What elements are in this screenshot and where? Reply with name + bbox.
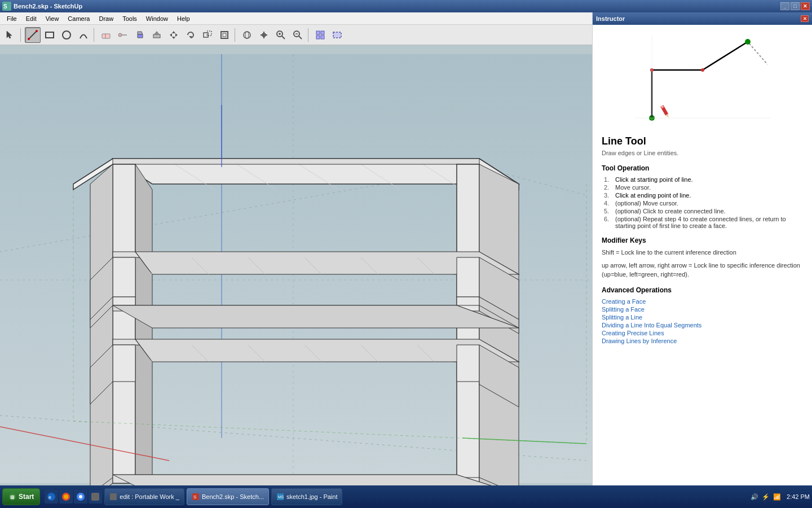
window-title: Bench2.skp - SketchUp — [14, 3, 780, 10]
svg-line-30 — [299, 36, 302, 39]
svg-point-4 — [36, 30, 38, 32]
svg-rect-11 — [153, 34, 160, 38]
quicklaunch-firefox[interactable] — [59, 490, 73, 503]
svg-marker-16 — [175, 33, 178, 37]
maximize-button[interactable]: □ — [791, 2, 800, 10]
svg-marker-15 — [170, 33, 172, 37]
svg-text:S: S — [193, 494, 196, 500]
menu-file[interactable]: File — [2, 14, 21, 23]
svg-marker-91 — [113, 297, 135, 305]
svg-marker-92 — [457, 297, 479, 305]
system-clock[interactable]: 2:42 PM — [787, 493, 810, 500]
svg-rect-35 — [321, 36, 324, 39]
step-6: 6.(optional) Repeat step 4 to create con… — [604, 215, 803, 230]
quicklaunch-ie[interactable]: e — [45, 490, 58, 503]
link-splitting-line[interactable]: Splitting a Line — [602, 313, 803, 321]
step-1: 1.Click at starting point of line. — [604, 176, 803, 183]
svg-line-2 — [29, 31, 37, 39]
tool-pushpull[interactable] — [149, 27, 165, 43]
tool-subtitle: Draw edges or Line entities. — [602, 150, 803, 156]
tool-groups[interactable] — [329, 27, 345, 43]
taskbar-btn-sketchup[interactable]: S Bench2.skp - Sketch... — [187, 488, 269, 505]
menu-camera[interactable]: Camera — [63, 14, 94, 23]
tool-zoom-extents[interactable] — [290, 27, 306, 43]
tool-line[interactable] — [25, 27, 41, 43]
link-splitting-face[interactable]: Splitting a Face — [602, 305, 803, 313]
svg-rect-36 — [333, 32, 341, 38]
tool-eraser[interactable] — [98, 27, 114, 43]
tool-zoom[interactable] — [273, 27, 289, 43]
tool-components[interactable] — [312, 27, 328, 43]
svg-marker-67 — [113, 257, 135, 297]
svg-marker-80 — [113, 345, 135, 382]
svg-marker-69 — [457, 257, 479, 297]
tool-arc[interactable] — [76, 27, 91, 43]
taskbar-btn-paint[interactable]: MS sketch1.jpg - Paint — [271, 488, 343, 505]
step-4: 4.(optional) Move cursor. — [604, 199, 803, 207]
menu-tools[interactable]: Tools — [118, 14, 142, 23]
link-lines-inference[interactable]: Drawing Lines by Inference — [602, 337, 803, 345]
modifier-arrows: up arrow, left arrow, right arrow = Lock… — [602, 261, 803, 279]
menu-edit[interactable]: Edit — [21, 14, 41, 23]
minimize-button[interactable]: _ — [780, 2, 789, 10]
svg-rect-32 — [316, 31, 320, 34]
panel-title: Instructor — [596, 15, 801, 22]
window-controls: _ □ ✕ — [780, 2, 810, 10]
step-3: 3.Click at ending point of line. — [604, 191, 803, 199]
tool-paint[interactable] — [132, 27, 148, 43]
tool-scale[interactable] — [200, 27, 215, 43]
svg-marker-14 — [172, 37, 175, 39]
step-5: 5.(optional) Click to create connected l… — [604, 207, 803, 215]
svg-point-6 — [63, 31, 70, 39]
menu-window[interactable]: Window — [142, 14, 173, 23]
viewport[interactable] — [0, 45, 592, 492]
menu-help[interactable]: Help — [173, 14, 195, 23]
tool-pan[interactable] — [256, 27, 272, 43]
separator-2 — [94, 28, 96, 42]
taskbar-btn-portable[interactable]: edit : Portable Work _ — [104, 488, 184, 505]
link-creating-face[interactable]: Creating a Face — [602, 297, 803, 305]
systray-icon-2: ⚡ — [762, 493, 770, 501]
quicklaunch-chrome[interactable] — [74, 490, 87, 503]
svg-rect-34 — [316, 36, 320, 39]
tool-title: Line Tool — [602, 135, 803, 147]
close-button[interactable]: ✕ — [801, 2, 810, 10]
svg-marker-12 — [154, 31, 160, 34]
svg-rect-33 — [321, 31, 324, 34]
menu-view[interactable]: View — [41, 14, 64, 23]
clock-time: 2:42 PM — [787, 493, 810, 500]
link-precise-lines[interactable]: Creating Precise Lines — [602, 329, 803, 337]
svg-rect-19 — [207, 31, 211, 36]
quicklaunch-misc[interactable] — [89, 490, 102, 503]
taskbar: ⊞ Start e edit : Portable Work _ S Bench… — [0, 485, 812, 508]
svg-marker-13 — [172, 31, 175, 33]
svg-rect-7 — [102, 34, 110, 38]
svg-rect-104 — [635, 36, 770, 126]
start-button[interactable]: ⊞ Start — [2, 488, 40, 505]
svg-point-109 — [745, 39, 751, 45]
sketchup-area: File Edit View Camera Draw Tools Window … — [0, 12, 592, 508]
tool-rotate[interactable] — [183, 27, 198, 43]
menu-draw[interactable]: Draw — [94, 14, 118, 23]
tool-offset[interactable] — [217, 27, 232, 43]
svg-rect-5 — [46, 32, 54, 38]
tool-move[interactable] — [166, 27, 182, 43]
tool-circle[interactable] — [59, 27, 74, 43]
instructor-close-button[interactable]: ✕ — [801, 15, 809, 22]
step-2: 2.Move cursor. — [604, 183, 803, 191]
main-container: File Edit View Camera Draw Tools Window … — [0, 12, 812, 508]
section-tool-operation: Tool Operation — [602, 164, 803, 172]
link-dividing-line[interactable]: Dividing a Line Into Equal Segments — [602, 321, 803, 329]
tool-tape[interactable] — [115, 27, 131, 43]
svg-marker-53 — [113, 164, 135, 483]
svg-rect-18 — [204, 33, 208, 37]
tool-orbit[interactable] — [239, 27, 255, 43]
svg-marker-54 — [90, 164, 113, 492]
taskbar-portable-label: edit : Portable Work _ — [120, 493, 179, 500]
separator-4 — [308, 28, 310, 42]
systray-icon-1: 🔊 — [751, 493, 758, 501]
tool-select[interactable] — [2, 27, 18, 43]
svg-point-9 — [118, 33, 122, 37]
tool-rectangle[interactable] — [42, 27, 58, 43]
svg-text:e: e — [48, 494, 51, 500]
